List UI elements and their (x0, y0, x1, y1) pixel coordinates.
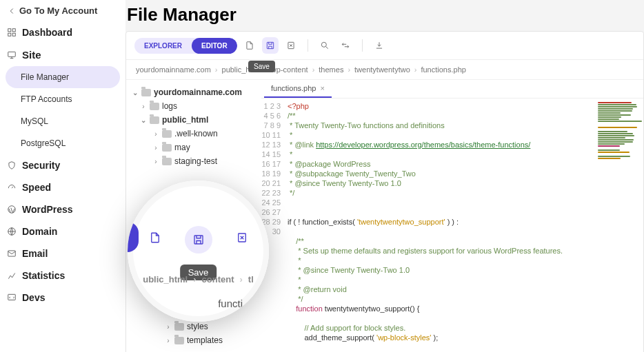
sidebar: Go To My Account Dashboard Site File Man… (0, 0, 125, 352)
search-button[interactable] (316, 37, 333, 54)
breadcrumb-part[interactable]: functions.php (421, 65, 465, 74)
email-icon (7, 249, 17, 258)
tree-node[interactable]: ›styles (130, 320, 257, 333)
breadcrumb: yourdomainname.com›public_html›wp-conten… (126, 60, 643, 80)
sidebar-wordpress[interactable]: WordPress (6, 198, 120, 220)
save-button[interactable] (262, 37, 279, 54)
sidebar-speed[interactable]: Speed (6, 176, 120, 198)
tree-root[interactable]: ⌄yourdomainname.com (130, 85, 257, 99)
breadcrumb-part[interactable]: twentytwentytwo (354, 65, 410, 74)
replace-button[interactable] (337, 37, 354, 54)
discard-button[interactable] (283, 37, 299, 54)
back-link[interactable]: Go To My Account (6, 3, 120, 21)
zoom-breadcrumb: ublic_html› content› tl (141, 274, 255, 284)
separator (362, 39, 363, 52)
svg-rect-3 (12, 33, 15, 36)
svg-rect-12 (194, 236, 203, 244)
breadcrumb-part[interactable]: yourdomainname.com (136, 65, 211, 74)
folder-icon (150, 103, 159, 110)
svg-rect-0 (8, 29, 11, 32)
grid-icon (7, 28, 17, 37)
page-title: File Manager (125, 0, 644, 31)
breadcrumb-part[interactable]: wp-content (271, 65, 308, 74)
svg-rect-8 (8, 294, 16, 300)
editor-tabs: functions.php × (261, 80, 643, 99)
editor-toolbar: EXPLORER EDITOR (126, 32, 643, 60)
line-gutter: 1 2 3 4 5 6 7 8 9 10 11 12 13 14 15 16 1… (261, 99, 285, 352)
monitor-icon (7, 50, 17, 60)
svg-rect-2 (8, 33, 11, 36)
tree-node[interactable]: ⌄public_html (130, 113, 257, 127)
sidebar-item-ftp-accounts[interactable]: FTP Accounts (6, 88, 120, 110)
svg-rect-9 (267, 42, 273, 48)
sidebar-domain[interactable]: Domain (6, 220, 120, 242)
tree-node[interactable]: ›templates (130, 333, 257, 347)
mode-explorer[interactable]: EXPLORER (134, 38, 192, 54)
minimap[interactable] (595, 99, 643, 352)
domain-icon (7, 227, 17, 236)
security-icon (7, 161, 17, 170)
folder-icon (162, 130, 172, 138)
sidebar-dashboard[interactable]: Dashboard (6, 21, 120, 43)
sidebar-item-mysql[interactable]: MySQL (6, 110, 120, 132)
breadcrumb-part[interactable]: themes (319, 65, 343, 74)
save-tooltip: Save (248, 61, 275, 72)
code-editor: functions.php × 1 2 3 4 5 6 7 8 9 10 11 … (261, 80, 643, 352)
svg-rect-7 (8, 251, 16, 256)
code-content[interactable]: <?php /** * Twenty Twenty-Two functions … (285, 99, 595, 352)
new-file-button-zoom[interactable] (143, 226, 167, 249)
folder-icon (150, 116, 159, 124)
sidebar-site[interactable]: Site (6, 43, 120, 66)
arrow-left-icon (7, 6, 17, 16)
statistics-icon (7, 271, 17, 280)
sidebar-statistics[interactable]: Statistics (6, 265, 120, 287)
tree-node[interactable]: ›logs (130, 99, 257, 113)
tree-node[interactable]: ›.well-known (130, 127, 257, 141)
sidebar-security[interactable]: Security (6, 154, 120, 176)
back-label: Go To My Account (19, 6, 97, 16)
zoom-tab-fragment: functi (218, 298, 243, 309)
zoom-lens: Save ublic_html› content› tl functi (128, 180, 269, 322)
mode-switch: EXPLORER EDITOR (134, 38, 237, 54)
tree-node[interactable]: ›may (130, 141, 257, 154)
mode-editor[interactable]: EDITOR (192, 38, 237, 54)
separator (308, 39, 308, 52)
sidebar-item-file-manager[interactable]: File Manager (6, 66, 120, 88)
folder-icon (162, 158, 172, 165)
svg-rect-4 (8, 52, 16, 56)
svg-point-11 (321, 42, 326, 47)
tree-node[interactable]: ›staging-test (130, 154, 257, 168)
sidebar-devs[interactable]: Devs (6, 287, 120, 309)
sidebar-item-postgresql[interactable]: PostgreSQL (6, 132, 120, 154)
folder-icon (174, 323, 184, 331)
discard-button-zoom[interactable] (230, 226, 254, 249)
folder-icon (174, 337, 184, 344)
sidebar-email[interactable]: Email (6, 242, 120, 265)
download-button[interactable] (371, 37, 388, 54)
svg-rect-1 (12, 29, 15, 32)
editor-tab[interactable]: functions.php × (264, 80, 332, 98)
new-file-button[interactable] (241, 37, 258, 54)
wordpress-icon (7, 205, 17, 214)
save-button-zoom[interactable] (185, 226, 212, 253)
speed-icon (7, 183, 17, 192)
close-icon[interactable]: × (320, 84, 324, 92)
devs-icon (7, 293, 17, 302)
folder-icon (162, 144, 172, 152)
folder-icon (141, 89, 151, 96)
